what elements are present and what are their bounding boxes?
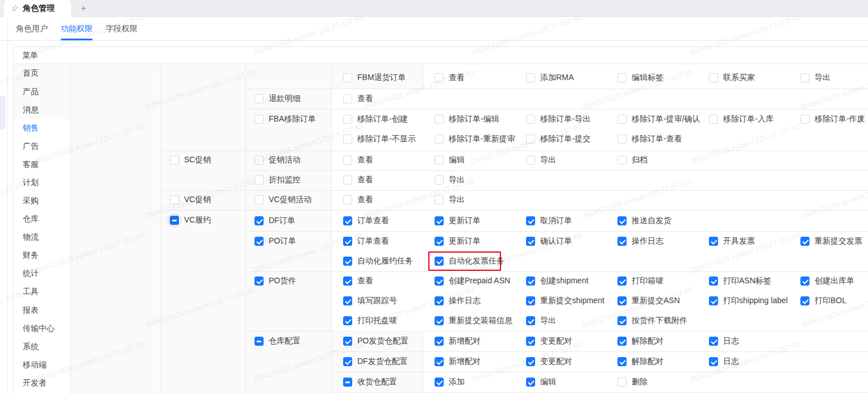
menu-item[interactable]: 移动端 <box>14 355 69 374</box>
permission-checkbox[interactable]: 变更配对 <box>526 357 572 367</box>
permission-checkbox[interactable]: 查看 <box>343 175 373 185</box>
permission-checkbox[interactable]: 创建shipment <box>526 276 589 286</box>
permission-checkbox[interactable]: 查看 <box>343 94 373 104</box>
page-checkbox[interactable]: PO订单 <box>254 236 296 246</box>
permission-checkbox[interactable]: 创建出库单 <box>800 276 854 286</box>
permission-checkbox[interactable]: 新增配对 <box>435 336 481 346</box>
group-checkbox[interactable]: VC履约 <box>170 215 211 225</box>
page-checkbox[interactable]: DF订单 <box>254 216 295 226</box>
permission-checkbox[interactable]: 移除订单-作废 <box>800 114 865 124</box>
permission-checkbox[interactable]: 更新订单 <box>435 236 481 246</box>
permission-checkbox[interactable]: 打印箱唛 <box>617 276 663 286</box>
permission-checkbox[interactable]: 导出 <box>526 155 556 165</box>
menu-item[interactable]: 广告 <box>14 137 69 155</box>
permission-checkbox[interactable]: 编辑 <box>435 155 465 165</box>
permission-checkbox[interactable]: 查看 <box>343 276 373 286</box>
page-checkbox[interactable]: 促销活动 <box>254 155 301 165</box>
permission-checkbox[interactable]: 归档 <box>617 155 648 165</box>
menu-item[interactable]: 消息 <box>14 100 69 119</box>
permission-checkbox[interactable]: 重新提交ASN <box>617 296 680 306</box>
permission-checkbox[interactable]: 移除订单-入库 <box>709 114 774 124</box>
permission-checkbox[interactable]: 添加 <box>435 377 465 387</box>
permission-checkbox[interactable]: 导出 <box>435 175 465 185</box>
permission-checkbox[interactable]: 更新订单 <box>435 216 481 226</box>
page-checkbox[interactable]: PO货件 <box>254 276 296 286</box>
menu-item[interactable]: 客服 <box>14 155 69 173</box>
collapsed-panel-handle[interactable] <box>0 95 6 129</box>
group-checkbox[interactable]: SC促销 <box>170 155 211 165</box>
permission-checkbox[interactable]: 填写跟踪号 <box>343 296 397 306</box>
permission-checkbox[interactable]: 操作日志 <box>617 236 663 246</box>
permission-checkbox[interactable]: 订单查看 <box>343 216 389 226</box>
page-checkbox[interactable]: 仓库配置 <box>254 336 301 346</box>
permission-checkbox[interactable]: 重新提交shipment <box>526 296 604 306</box>
menu-item-selected[interactable]: 销售 <box>14 119 69 137</box>
permission-checkbox[interactable]: 订单查看 <box>343 236 389 246</box>
permission-checkbox[interactable]: 按货件下载附件 <box>617 316 687 326</box>
permission-checkbox[interactable]: 导出 <box>435 195 465 205</box>
permission-checkbox[interactable]: 查看 <box>343 155 373 165</box>
menu-item[interactable]: 开发者 <box>14 374 69 392</box>
page-checkbox[interactable]: 退款明细 <box>254 94 301 104</box>
permission-checkbox[interactable]: 推送自发货 <box>617 216 671 226</box>
permission-checkbox[interactable]: 移除订单-重新提审 <box>435 134 515 144</box>
menu-item[interactable]: 统计 <box>14 264 69 282</box>
permission-checkbox[interactable]: 联系买家 <box>709 73 755 83</box>
permission-checkbox[interactable]: 打印shipping label <box>709 296 788 306</box>
new-tab-button[interactable]: + <box>78 3 89 14</box>
permission-checkbox[interactable]: 删除 <box>617 377 648 387</box>
permission-checkbox[interactable]: 移除订单-导出 <box>526 114 591 124</box>
permission-checkbox[interactable]: 移除订单-提审/确认 <box>617 114 700 124</box>
menu-item[interactable]: 系统 <box>14 337 69 355</box>
permission-checkbox[interactable]: 创建Prepaid ASN <box>435 276 510 286</box>
permission-checkbox[interactable]: 移除订单-不显示 <box>343 134 416 144</box>
menu-item[interactable]: 仓库 <box>14 209 69 228</box>
page-checkbox[interactable]: 折扣监控 <box>254 175 301 185</box>
permission-checkbox[interactable]: 重新提交装箱信息 <box>435 316 512 326</box>
menu-item[interactable]: 产品 <box>14 82 69 100</box>
page-checkbox[interactable]: VC促销活动 <box>254 195 311 205</box>
permission-checkbox[interactable]: 开具发票 <box>709 236 755 246</box>
permission-checkbox-highlighted[interactable]: 自动化发票任务 <box>435 256 504 266</box>
subpage-checkbox[interactable]: FBM退货订单 <box>343 73 406 83</box>
permission-checkbox[interactable]: 移除订单-提交 <box>526 134 591 144</box>
permission-checkbox[interactable]: 移除订单-创建 <box>343 114 408 124</box>
group-checkbox[interactable]: VC促销 <box>170 195 211 205</box>
tab-field-permissions[interactable]: 字段权限 <box>106 17 137 40</box>
permission-checkbox[interactable]: 日志 <box>709 336 739 346</box>
permission-checkbox[interactable]: 自动化履约任务 <box>343 256 413 266</box>
window-tab-role-management[interactable]: 角色管理 <box>4 0 71 17</box>
permission-checkbox[interactable]: 变更配对 <box>526 336 572 346</box>
subpage-checkbox[interactable]: DF发货仓配置 <box>343 357 408 367</box>
permission-checkbox[interactable]: 编辑标签 <box>617 73 663 83</box>
permission-checkbox[interactable]: 打印托盘唛 <box>343 316 397 326</box>
permission-checkbox[interactable]: 移除订单-查看 <box>617 134 682 144</box>
permission-checkbox[interactable]: 打印BOL <box>800 296 846 306</box>
permission-checkbox[interactable]: 解除配对 <box>617 357 663 367</box>
tab-function-permissions[interactable]: 功能权限 <box>61 17 93 40</box>
permission-checkbox[interactable]: 新增配对 <box>435 357 481 367</box>
menu-item[interactable]: 计划 <box>14 173 69 191</box>
menu-item[interactable]: 传输中心 <box>14 319 69 337</box>
permission-checkbox[interactable]: 重新提交发票 <box>800 236 862 246</box>
menu-item[interactable]: 工具 <box>14 282 69 300</box>
subpage-checkbox[interactable]: PO发货仓配置 <box>343 336 408 346</box>
menu-item[interactable]: 物流 <box>14 228 69 246</box>
permission-checkbox[interactable]: 导出 <box>800 73 831 83</box>
permission-checkbox[interactable]: 解除配对 <box>617 336 663 346</box>
tab-role-users[interactable]: 角色用户 <box>16 17 48 40</box>
permission-checkbox[interactable]: 日志 <box>709 357 739 367</box>
permission-checkbox[interactable]: 确认订单 <box>526 236 572 246</box>
page-checkbox[interactable]: FBA移除订单 <box>254 114 316 124</box>
permission-checkbox[interactable]: 查看 <box>435 73 465 83</box>
permission-checkbox[interactable]: 导出 <box>526 316 556 326</box>
permission-checkbox[interactable]: 查看 <box>343 195 373 205</box>
menu-item[interactable]: 报表 <box>14 301 69 319</box>
subpage-checkbox[interactable]: 收货仓配置 <box>343 377 397 387</box>
permission-checkbox[interactable]: 添加RMA <box>526 73 574 83</box>
menu-item[interactable]: 首页 <box>14 64 69 82</box>
permission-checkbox[interactable]: 移除订单-编辑 <box>435 114 499 124</box>
permission-checkbox[interactable]: 取消订单 <box>526 216 572 226</box>
permission-checkbox[interactable]: 打印ASN标签 <box>709 276 771 286</box>
permission-checkbox[interactable]: 编辑 <box>526 377 556 387</box>
